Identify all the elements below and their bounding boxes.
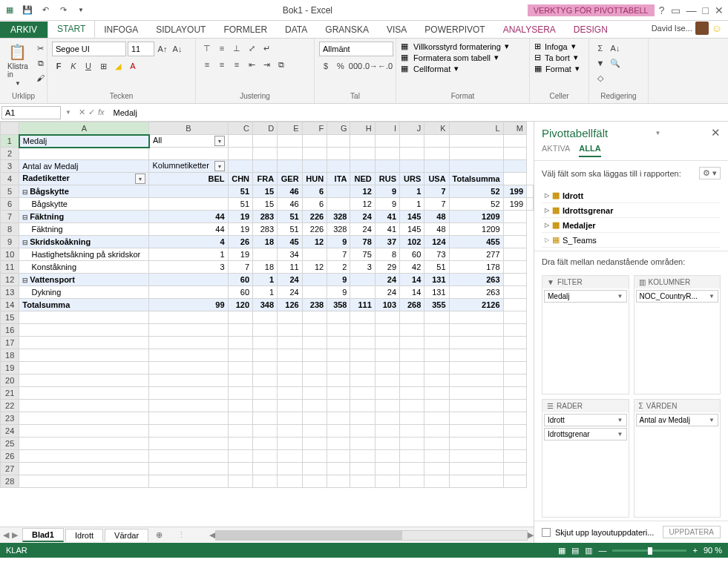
row-header[interactable]: 21 bbox=[1, 387, 19, 400]
enter-formula-icon[interactable]: ✓ bbox=[88, 108, 95, 117]
chip-country[interactable]: NOC_CountryR...▼ bbox=[636, 290, 719, 303]
chip-idrott[interactable]: Idrott▼ bbox=[544, 414, 627, 426]
bold-button[interactable]: F bbox=[52, 59, 65, 73]
clear-icon[interactable]: ◇ bbox=[594, 71, 607, 85]
tab-design[interactable]: DESIGN bbox=[565, 22, 617, 38]
chip-idrottsgrenar[interactable]: Idrottsgrenar▼ bbox=[544, 428, 627, 440]
col-header[interactable]: J bbox=[400, 122, 424, 135]
area-filters[interactable]: ▼FILTER Medalj▼ bbox=[542, 275, 629, 395]
tab-insert[interactable]: INFOGA bbox=[95, 22, 147, 38]
wrap-text-icon[interactable]: ↵ bbox=[260, 42, 273, 55]
sheet-nav-prev-icon[interactable]: ◀ bbox=[3, 530, 9, 540]
horizontal-scrollbar[interactable] bbox=[215, 530, 528, 541]
col-header[interactable]: F bbox=[302, 122, 327, 135]
fill-icon[interactable]: ▼ bbox=[594, 56, 607, 70]
col-header[interactable]: G bbox=[327, 122, 350, 135]
sheet-tab-blad1[interactable]: Blad1 bbox=[22, 528, 64, 542]
shrink-font-icon[interactable]: A↓ bbox=[171, 42, 184, 56]
zoom-out-icon[interactable]: — bbox=[598, 546, 606, 555]
spreadsheet-grid[interactable]: ABCDEFGHIJKLM1MedaljAll▾23Antal av Medal… bbox=[0, 122, 534, 527]
align-top-icon[interactable]: ⊤ bbox=[200, 42, 214, 55]
tab-review[interactable]: GRANSKA bbox=[316, 22, 378, 38]
chip-medalj[interactable]: Medalj▼ bbox=[544, 290, 627, 303]
align-center-icon[interactable]: ≡ bbox=[215, 58, 229, 71]
row-header[interactable]: 20 bbox=[1, 374, 19, 387]
row-header[interactable]: 3 bbox=[1, 160, 19, 173]
conditional-formatting-button[interactable]: ▦ Villkorsstyrd formatering ▾ bbox=[401, 42, 509, 51]
find-icon[interactable]: 🔍 bbox=[609, 56, 622, 70]
font-size-combo[interactable] bbox=[128, 42, 154, 56]
row-header[interactable]: 12 bbox=[1, 274, 19, 286]
defer-checkbox[interactable] bbox=[542, 528, 551, 537]
row-header[interactable]: 23 bbox=[1, 412, 19, 425]
row-header[interactable]: 7 bbox=[1, 211, 19, 223]
scroll-right-icon[interactable]: ▶ bbox=[528, 530, 534, 540]
sort-icon[interactable]: A↓ bbox=[609, 42, 622, 55]
field-item[interactable]: ▷▦Idrott bbox=[542, 188, 721, 203]
formula-input[interactable]: Medalj bbox=[108, 107, 728, 119]
sheet-tab-vardar[interactable]: Värdar bbox=[105, 529, 148, 541]
gear-icon[interactable]: ⚙ ▾ bbox=[699, 167, 721, 179]
redo-icon[interactable]: ↷ bbox=[56, 4, 70, 17]
pane-close-icon[interactable]: ✕ bbox=[708, 126, 721, 139]
format-cells-button[interactable]: ▦ Format ▾ bbox=[534, 64, 580, 73]
cell-styles-button[interactable]: ▦ Cellformat ▾ bbox=[401, 64, 459, 73]
row-header[interactable]: 1 bbox=[1, 135, 19, 148]
row-header[interactable]: 24 bbox=[1, 425, 19, 438]
row-header[interactable]: 17 bbox=[1, 337, 19, 349]
col-header[interactable]: A bbox=[19, 122, 149, 135]
font-color-icon[interactable]: A bbox=[126, 59, 140, 73]
col-header[interactable]: E bbox=[278, 122, 303, 135]
row-header[interactable]: 4 bbox=[1, 173, 19, 185]
row-header[interactable]: 15 bbox=[1, 311, 19, 324]
update-button[interactable]: UPPDATERA bbox=[663, 526, 721, 538]
tab-powerpivot[interactable]: POWERPIVOT bbox=[416, 22, 493, 38]
col-header[interactable]: C bbox=[228, 122, 253, 135]
col-header[interactable]: B bbox=[149, 122, 228, 135]
pane-tab-all[interactable]: ALLA bbox=[579, 144, 600, 157]
add-sheet-button[interactable]: ⊕ bbox=[150, 529, 168, 541]
font-name-combo[interactable] bbox=[52, 42, 126, 56]
view-layout-icon[interactable]: ▤ bbox=[571, 546, 579, 555]
tab-layout[interactable]: SIDLAYOUT bbox=[147, 22, 214, 38]
col-header[interactable]: M bbox=[503, 122, 526, 135]
tab-file[interactable]: ARKIV bbox=[0, 22, 47, 38]
field-item[interactable]: ▷▦S_Teams bbox=[542, 233, 721, 248]
grow-font-icon[interactable]: A↑ bbox=[156, 42, 169, 56]
smiley-icon[interactable]: ☺ bbox=[712, 22, 722, 34]
italic-button[interactable]: K bbox=[67, 59, 80, 73]
field-item[interactable]: ▷▦Medaljer bbox=[542, 218, 721, 233]
maximize-icon[interactable]: □ bbox=[703, 4, 709, 16]
row-header[interactable]: 25 bbox=[1, 438, 19, 450]
indent-inc-icon[interactable]: ⇥ bbox=[260, 58, 273, 71]
name-box[interactable] bbox=[1, 106, 61, 119]
scroll-left-icon[interactable]: ◀ bbox=[209, 530, 215, 540]
view-normal-icon[interactable]: ▦ bbox=[558, 546, 565, 555]
col-header[interactable]: I bbox=[375, 122, 399, 135]
borders-icon[interactable]: ⊞ bbox=[96, 59, 110, 73]
row-header[interactable]: 8 bbox=[1, 223, 19, 236]
col-header[interactable]: L bbox=[449, 122, 503, 135]
user-account[interactable]: David Ise... ☺ bbox=[646, 19, 728, 38]
cancel-formula-icon[interactable]: ✕ bbox=[79, 108, 85, 117]
name-dropdown-icon[interactable]: ▼ bbox=[62, 109, 74, 116]
pane-options-icon[interactable]: ▼ bbox=[655, 130, 661, 136]
row-header[interactable]: 5 bbox=[1, 185, 19, 198]
tab-analyze[interactable]: ANALYSERA bbox=[494, 22, 565, 38]
qat-dropdown-icon[interactable]: ▼ bbox=[74, 4, 88, 17]
currency-icon[interactable]: $ bbox=[319, 59, 332, 73]
row-header[interactable]: 19 bbox=[1, 362, 19, 374]
zoom-in-icon[interactable]: + bbox=[692, 546, 697, 555]
row-header[interactable]: 16 bbox=[1, 324, 19, 337]
save-icon[interactable]: 💾 bbox=[21, 4, 34, 17]
fx-icon[interactable]: fx bbox=[98, 108, 105, 117]
inc-decimal-icon[interactable]: .0→ bbox=[364, 59, 377, 73]
sheet-tab-idrott[interactable]: Idrott bbox=[65, 529, 103, 541]
autosum-icon[interactable]: Σ bbox=[594, 42, 607, 55]
ribbon-options-icon[interactable]: ▭ bbox=[671, 4, 681, 16]
row-header[interactable]: 28 bbox=[1, 475, 19, 488]
format-painter-icon[interactable]: 🖌 bbox=[34, 71, 47, 85]
col-header[interactable]: D bbox=[253, 122, 278, 135]
view-pagebreak-icon[interactable]: ▥ bbox=[585, 546, 592, 555]
merge-icon[interactable]: ⧉ bbox=[275, 58, 288, 71]
